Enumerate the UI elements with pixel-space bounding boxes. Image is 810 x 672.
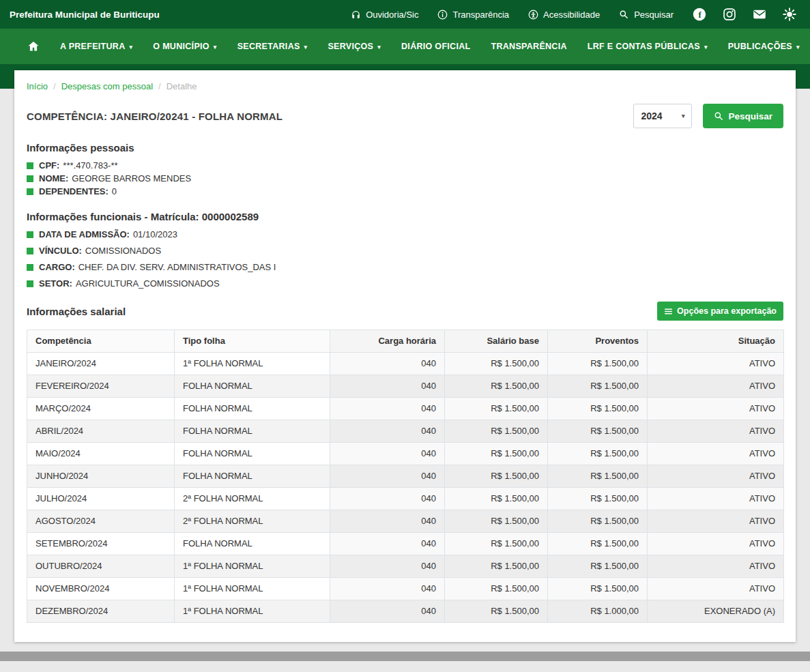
bullet-square-icon <box>27 280 33 287</box>
cell-tipo-folha: FOLHA NORMAL <box>175 398 330 420</box>
cell-salario-base: R$ 1.500,00 <box>445 533 548 555</box>
site-title: Prefeitura Municipal de Buriticupu <box>10 10 160 20</box>
topbar-link-ouvidoria-sic[interactable]: Ouvidoria/Sic <box>351 10 418 20</box>
info-value: ***.470.783-** <box>63 160 117 171</box>
topbar-link-label: Acessibilidade <box>543 10 600 20</box>
functional-info-heading: Informações funcionais - Matrícula: 0000… <box>27 211 783 222</box>
info-item-setor: SETOR:AGRICULTURA_COMISSIONADOS <box>27 278 783 289</box>
cell-carga-horaria: 040 <box>330 578 445 600</box>
cell-salario-base: R$ 1.500,00 <box>445 443 548 465</box>
cell-situacao: ATIVO <box>648 555 784 578</box>
topbar-link-transparencia[interactable]: Transparência <box>437 10 509 20</box>
cell-carga-horaria: 040 <box>330 353 445 375</box>
table-row: SETEMBRO/2024FOLHA NORMAL040R$ 1.500,00R… <box>27 533 784 555</box>
cell-salario-base: R$ 1.500,00 <box>445 555 548 578</box>
info-label: DEPENDENTES: <box>39 186 109 197</box>
cell-situacao: ATIVO <box>648 510 784 533</box>
export-options-button[interactable]: Opções para exportação <box>657 302 783 321</box>
table-row: DEZEMBRO/20241ª FOLHA NORMAL040R$ 1.500,… <box>27 600 784 623</box>
table-row: NOVEMBRO/20241ª FOLHA NORMAL040R$ 1.500,… <box>27 578 784 600</box>
cell-competencia: JULHO/2024 <box>27 488 175 510</box>
table-row: OUTUBRO/20241ª FOLHA NORMAL040R$ 1.500,0… <box>27 555 784 578</box>
cell-proventos: R$ 1.000,00 <box>548 600 648 623</box>
nav-item-label: A PREFEITURA <box>60 42 126 51</box>
home-icon[interactable] <box>27 40 40 53</box>
cell-proventos: R$ 1.500,00 <box>548 398 648 420</box>
cell-tipo-folha: 2ª FOLHA NORMAL <box>175 488 330 510</box>
nav-item-label: SERVIÇOS <box>328 42 373 51</box>
cell-carga-horaria: 040 <box>330 555 445 578</box>
search-button-label: Pesquisar <box>728 111 772 121</box>
cell-tipo-folha: 1ª FOLHA NORMAL <box>175 555 330 578</box>
cell-tipo-folha: FOLHA NORMAL <box>175 465 330 488</box>
cell-competencia: SETEMBRO/2024 <box>27 533 175 555</box>
cell-proventos: R$ 1.500,00 <box>548 465 648 488</box>
year-select[interactable]: 2024 ▾ <box>633 104 692 128</box>
table-row: AGOSTO/20242ª FOLHA NORMAL040R$ 1.500,00… <box>27 510 784 533</box>
cell-competencia: MARÇO/2024 <box>27 398 175 420</box>
nav-item-lrf-e-contas-publicas[interactable]: LRF E CONTAS PÚBLICAS▾ <box>588 42 708 51</box>
cell-competencia: JUNHO/2024 <box>27 465 175 488</box>
nav-item-publicacoes[interactable]: PUBLICAÇÕES▾ <box>728 42 800 51</box>
cell-carga-horaria: 040 <box>330 420 445 443</box>
breadcrumb-link-inicio[interactable]: Início <box>27 81 48 91</box>
nav-item-a-prefeitura[interactable]: A PREFEITURA▾ <box>60 42 132 51</box>
chevron-down-icon: ▾ <box>130 44 133 50</box>
col-header-tipo-folha: Tipo folha <box>175 330 330 353</box>
info-value: 0 <box>112 186 117 197</box>
cell-competencia: JANEIRO/2024 <box>27 353 175 375</box>
info-value: AGRICULTURA_COMISSIONADOS <box>76 278 220 289</box>
info-value: 01/10/2023 <box>133 229 177 240</box>
mail-link[interactable] <box>753 8 766 21</box>
col-header-carga-horaria: Carga horária <box>330 330 445 353</box>
salary-info-heading: Informações salarial <box>27 306 126 317</box>
functional-info-list: DATA DE ADMISSÃO:01/10/2023VÍNCULO:COMIS… <box>27 229 783 289</box>
salary-table: CompetênciaTipo folhaCarga horáriaSalári… <box>27 330 784 623</box>
breadcrumb-current: Detalhe <box>167 81 197 91</box>
breadcrumb: Início/Despesas com pessoal/Detalhe <box>27 77 783 91</box>
cell-competencia: DEZEMBRO/2024 <box>27 600 175 623</box>
cell-proventos: R$ 1.500,00 <box>548 420 648 443</box>
cell-competencia: OUTUBRO/2024 <box>27 555 175 578</box>
cell-carga-horaria: 040 <box>330 443 445 465</box>
table-row: MAIO/2024FOLHA NORMAL040R$ 1.500,00R$ 1.… <box>27 443 784 465</box>
search-button[interactable]: Pesquisar <box>703 104 783 128</box>
cell-tipo-folha: 1ª FOLHA NORMAL <box>175 353 330 375</box>
cell-carga-horaria: 040 <box>330 465 445 488</box>
nav-item-o-municipio[interactable]: O MUNICÍPIO▾ <box>153 42 216 51</box>
contrast-sun-link[interactable] <box>783 8 796 21</box>
table-row: MARÇO/2024FOLHA NORMAL040R$ 1.500,00R$ 1… <box>27 398 784 420</box>
chevron-down-icon: ▾ <box>704 44 708 50</box>
cell-tipo-folha: FOLHA NORMAL <box>175 420 330 443</box>
cell-salario-base: R$ 1.500,00 <box>445 398 548 420</box>
facebook-link[interactable]: f <box>693 8 706 21</box>
nav-item-servicos[interactable]: SERVIÇOS▾ <box>328 42 381 51</box>
bullet-square-icon <box>27 231 33 238</box>
topbar-link-acessibilidade[interactable]: Acessibilidade <box>528 10 600 20</box>
cell-competencia: MAIO/2024 <box>27 443 175 465</box>
info-item-cargo: CARGO:CHEF. DA DIV. SERV. ADMINISTRATIVO… <box>27 262 783 273</box>
bullet-square-icon <box>27 162 33 169</box>
breadcrumb-link-despesas-com-pessoal[interactable]: Despesas com pessoal <box>61 81 153 91</box>
bullet-square-icon <box>27 188 33 195</box>
nav-item-diario-oficial[interactable]: DIÁRIO OFICIAL <box>401 42 470 51</box>
cell-proventos: R$ 1.500,00 <box>548 533 648 555</box>
chevron-down-icon: ▾ <box>377 44 381 50</box>
topbar-link-pesquisar[interactable]: Pesquisar <box>619 10 674 20</box>
chevron-down-icon: ▾ <box>682 113 685 119</box>
nav-item-label: DIÁRIO OFICIAL <box>401 42 470 51</box>
topbar-link-label: Transparência <box>452 10 509 20</box>
accessibility-icon <box>528 10 538 20</box>
instagram-link[interactable] <box>723 8 736 21</box>
nav-item-transparencia[interactable]: TRANSPARÊNCIA <box>491 42 566 51</box>
nav-item-secretarias[interactable]: SECRETARIAS▾ <box>237 42 308 51</box>
cell-salario-base: R$ 1.500,00 <box>445 353 548 375</box>
info-label: SETOR: <box>39 278 72 289</box>
cell-situacao: ATIVO <box>648 533 784 555</box>
nav-item-label: PUBLICAÇÕES <box>728 42 792 51</box>
topbar-menu: Ouvidoria/SicTransparênciaAcessibilidade… <box>351 10 674 20</box>
nav-item-label: LRF E CONTAS PÚBLICAS <box>588 42 700 51</box>
nav-item-label: SECRETARIAS <box>237 42 300 51</box>
cell-tipo-folha: 1ª FOLHA NORMAL <box>175 600 330 623</box>
info-label: CPF: <box>39 160 59 171</box>
